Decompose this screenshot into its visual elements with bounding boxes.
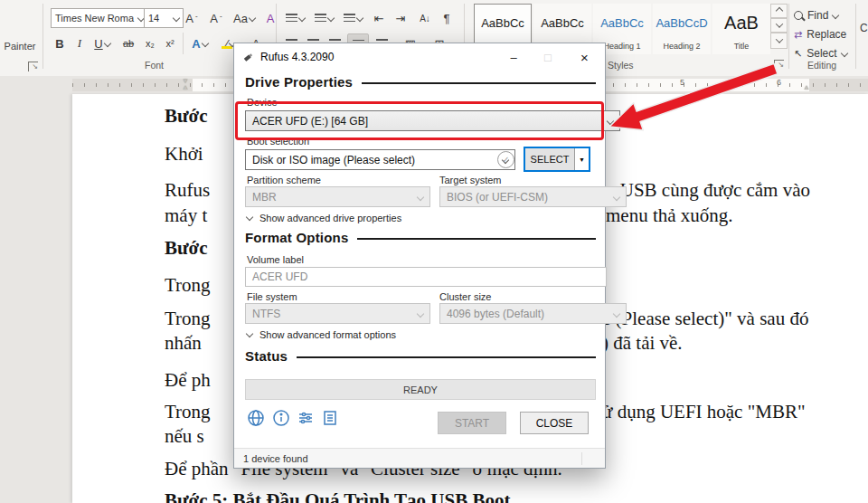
- boot-selection-combo[interactable]: Disk or ISO image (Please select): [245, 149, 515, 170]
- style-label: Heading 1: [603, 42, 640, 53]
- shrink-font-icon: A: [210, 12, 218, 25]
- bullet-list-icon: [286, 14, 297, 24]
- strikethrough-button[interactable]: ab: [118, 33, 139, 53]
- style-preview: AaBbCc: [541, 5, 584, 42]
- chevron-down-icon: [246, 330, 253, 337]
- decrease-indent-button[interactable]: ⇤: [369, 8, 389, 28]
- chevron-down-icon: [840, 50, 847, 57]
- font-size-combo[interactable]: 14: [144, 8, 184, 28]
- doc-text-fragment: máy t: [165, 204, 207, 227]
- numbered-list-button[interactable]: [311, 8, 336, 28]
- target-system-value: BIOS (or UEFI-CSM): [447, 191, 548, 204]
- about-info-icon[interactable]: [272, 409, 290, 427]
- sort-icon: A↓: [420, 14, 430, 24]
- boot-selection-value: Disk or ISO image (Please select): [252, 154, 415, 166]
- shrink-font-button[interactable]: Aˇ: [205, 8, 227, 28]
- volume-label-value: ACER UFD: [252, 270, 307, 283]
- format-painter-label: Painter: [5, 41, 36, 52]
- font-name-combo[interactable]: Times New Roma: [51, 8, 148, 28]
- chevron-down-icon: [326, 14, 334, 22]
- styles-more-button[interactable]: [770, 33, 788, 49]
- bold-button[interactable]: B: [51, 33, 69, 53]
- styles-dialog-launcher-icon[interactable]: ↘: [774, 60, 784, 70]
- ruler-number: 5: [680, 78, 684, 87]
- numbered-list-icon: [315, 14, 326, 24]
- cluster-size-label: Cluster size: [439, 291, 491, 302]
- shrink-mark-icon: ˇ: [220, 14, 222, 23]
- settings-sliders-icon[interactable]: [297, 409, 315, 427]
- bullet-list-button[interactable]: [282, 8, 307, 28]
- change-case-icon: Aa: [233, 12, 248, 25]
- status-text: 1 device found: [243, 453, 308, 464]
- file-system-value: NTFS: [252, 308, 280, 320]
- advanced-format-options-link[interactable]: Show advanced format options: [247, 329, 396, 340]
- more-styles-icon: [775, 35, 782, 43]
- grow-font-button[interactable]: Aˆ: [181, 8, 203, 28]
- doc-text-fragment: Trong: [165, 308, 211, 330]
- drive-properties-section: Drive Properties: [245, 74, 596, 90]
- chevron-down-icon: [297, 14, 305, 22]
- select-dropdown-arrow[interactable]: ▼: [574, 148, 589, 170]
- advanced-drive-properties-link[interactable]: Show advanced drive properties: [247, 213, 401, 223]
- doc-text-fragment: nhấn: [165, 332, 202, 355]
- start-button: START: [438, 412, 506, 434]
- editing-group-label: Editing: [807, 60, 836, 71]
- find-button[interactable]: Find: [794, 6, 838, 24]
- check-circle-icon[interactable]: ✓: [497, 151, 514, 168]
- style-label: Heading 2: [663, 42, 700, 53]
- text-effects-button[interactable]: A: [186, 33, 213, 53]
- clear-formatting-button[interactable]: A: [260, 8, 280, 28]
- show-paragraph-marks-button[interactable]: ¶: [438, 8, 456, 28]
- close-dialog-button[interactable]: CLOSE: [520, 412, 589, 434]
- doc-text-fragment: nếu s: [165, 425, 204, 448]
- underline-icon: U: [94, 37, 102, 51]
- group-divider: [42, 4, 43, 69]
- close-icon: ×: [580, 50, 589, 65]
- chevron-down-icon: [613, 193, 620, 200]
- multilevel-list-button[interactable]: [340, 8, 365, 28]
- change-case-button[interactable]: Aa: [230, 8, 259, 28]
- chevron-down-icon: [607, 117, 614, 124]
- chevron-down-icon: [832, 12, 839, 19]
- chevron-down-icon: [103, 40, 110, 47]
- minimize-button[interactable]: –: [496, 44, 531, 70]
- superscript-button[interactable]: x²: [161, 33, 179, 53]
- left-indent-marker[interactable]: ▲: [182, 84, 189, 91]
- styles-scroll-up-button[interactable]: [770, 4, 788, 18]
- close-button[interactable]: ×: [565, 44, 604, 70]
- style-heading-2[interactable]: AaBbCcD Heading 2: [653, 4, 711, 54]
- format-options-section: Format Options: [245, 230, 596, 245]
- dropdown-arrow-icon: ▼: [579, 157, 585, 163]
- replace-button[interactable]: ⇄Replace: [794, 25, 846, 43]
- rufus-usb-icon: [242, 52, 254, 63]
- screen: Painter ↘ Times New Roma 14 Aˆ Aˇ Aa A B…: [0, 0, 868, 503]
- language-globe-icon[interactable]: [247, 409, 265, 427]
- increase-indent-button[interactable]: ⇥: [391, 8, 410, 28]
- bold-icon: B: [55, 37, 63, 51]
- log-icon[interactable]: [321, 409, 339, 427]
- maximize-button: □: [531, 44, 565, 70]
- font-group-label: Font: [145, 60, 164, 71]
- subscript-button[interactable]: x₂: [141, 33, 159, 53]
- chevron-down-icon: [246, 214, 253, 221]
- format-painter-button[interactable]: Painter: [0, 36, 40, 56]
- group-divider: [855, 4, 856, 69]
- cursor-icon: ↖: [794, 48, 802, 60]
- select-split-button[interactable]: SELECT ▼: [524, 147, 590, 172]
- increase-indent-icon: ⇥: [396, 12, 406, 25]
- clipboard-dialog-launcher-icon[interactable]: ↘: [28, 62, 38, 71]
- italic-button[interactable]: I: [71, 33, 88, 53]
- style-title[interactable]: AaB Title: [712, 4, 770, 54]
- chevron-down-icon: [249, 14, 256, 22]
- style-preview: AaBbCc: [481, 5, 524, 42]
- right-indent-marker[interactable]: ▲: [803, 84, 810, 91]
- underline-button[interactable]: U: [90, 33, 115, 53]
- styles-scroll-down-button[interactable]: [770, 18, 788, 33]
- progress-text: READY: [403, 384, 438, 395]
- volume-label-input[interactable]: ACER UFD: [245, 267, 607, 287]
- file-system-label: File system: [247, 291, 297, 302]
- search-icon: [794, 11, 803, 20]
- sort-button[interactable]: A↓: [414, 8, 436, 28]
- small-divider: [183, 33, 184, 54]
- select-button-label[interactable]: SELECT: [525, 148, 574, 170]
